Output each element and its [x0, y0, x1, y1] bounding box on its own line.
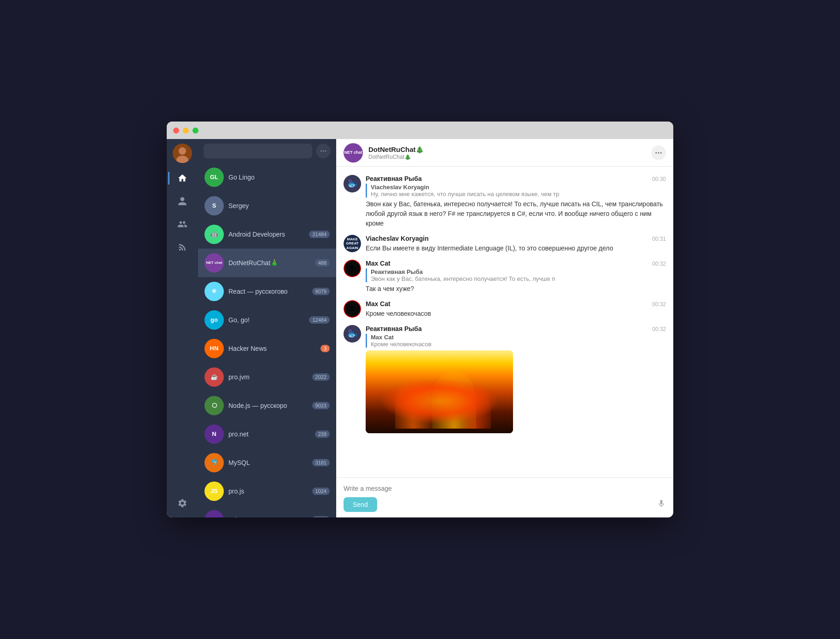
message-avatar: MAKEGREATAGAIN — [344, 235, 361, 252]
user-avatar[interactable] — [173, 144, 192, 163]
channel-item[interactable]: ⚛React — русскогово9079 — [198, 277, 336, 306]
channel-badge: 488 — [315, 259, 330, 267]
message-text: Кроме человекочасов — [366, 309, 666, 319]
channel-info: Go, go! — [228, 316, 304, 324]
send-button[interactable]: Send — [344, 497, 377, 512]
channel-name: pro.js — [228, 488, 244, 495]
reply-name: Реактивная Рыба — [371, 268, 423, 275]
channel-badge: 2769 — [312, 516, 330, 517]
channel-badge: 9023 — [312, 402, 330, 409]
channel-info: Hacker News — [228, 344, 316, 353]
message-time: 00:32 — [652, 301, 666, 308]
channel-list: GLGo LingoSSergey🤖Android Developers2148… — [198, 139, 336, 517]
sidebar-settings-btn[interactable] — [173, 494, 192, 513]
message-group: MAKEGREATAGAINViacheslav Koryagin00:31Ес… — [344, 232, 666, 256]
channel-avatar: S — [204, 196, 224, 215]
message-avatar: 👁 — [344, 300, 361, 318]
message-avatar: 👁 — [344, 260, 361, 277]
sidebar-icons — [167, 139, 198, 517]
channel-item[interactable]: JSpro.js1024 — [198, 477, 336, 505]
channel-name: Go Lingo — [228, 174, 255, 181]
message-text: Так а чем хуже? — [366, 284, 666, 294]
channel-name: Hacker News — [228, 345, 267, 352]
channel-item[interactable]: 🐬MySQL3181 — [198, 448, 336, 477]
message-time: 00:32 — [652, 326, 666, 332]
channel-item[interactable]: goGo, go!12484 — [198, 306, 336, 334]
channel-item[interactable]: .NETTelegramBots - .NET2769 — [198, 505, 336, 517]
fullscreen-button[interactable] — [192, 128, 198, 134]
message-input[interactable] — [344, 483, 666, 494]
message-content: Реактивная Рыба00:32Max CatКроме человек… — [366, 325, 666, 433]
minimize-button[interactable] — [183, 128, 189, 134]
message-reply: Реактивная РыбаЭвон как у Вас, батенька,… — [366, 268, 666, 282]
reply-text: Эвон как у Вас, батенька, интересно полу… — [371, 275, 555, 282]
channel-avatar: N — [204, 424, 224, 444]
svg-text:🐟: 🐟 — [347, 329, 358, 339]
titlebar — [167, 122, 673, 139]
channel-avatar: .NET — [204, 510, 224, 517]
channel-item[interactable]: HNHacker News3 — [198, 334, 336, 363]
reply-text: Кроме человекочасов — [371, 341, 432, 348]
fire-image — [366, 350, 513, 433]
reply-name: Max Cat — [371, 334, 394, 341]
channel-item[interactable]: Npro.net239 — [198, 420, 336, 448]
message-header: Реактивная Рыба00:32 — [366, 325, 666, 332]
message-group: 🐟Реактивная Рыба00:30Viacheslav Koryagin… — [344, 172, 666, 231]
svg-point-5 — [325, 151, 326, 152]
sidebar-groups-btn[interactable] — [173, 215, 192, 234]
channel-avatar: NET chat — [204, 253, 224, 273]
input-actions: Send — [344, 497, 666, 512]
mic-button[interactable] — [657, 499, 666, 511]
channel-badge: 9079 — [312, 288, 330, 295]
channel-info: Android Developers — [228, 230, 304, 238]
close-button[interactable] — [173, 128, 179, 134]
channel-item[interactable]: ☕pro.jvm2022 — [198, 363, 336, 391]
chat-header: NET chat DotNetRuChat🎄 DotNetRuChat🎄 — [336, 139, 673, 167]
channel-item[interactable]: ⬡Node.js — русскоро9023 — [198, 391, 336, 420]
search-input[interactable] — [204, 144, 312, 158]
message-group: 👁Max Cat00:32Реактивная РыбаЭвон как у В… — [344, 257, 666, 296]
channel-info: pro.net — [228, 430, 310, 438]
message-text: Если Вы имеете в виду Intermediate Lengu… — [366, 244, 666, 253]
channel-badge: 12484 — [309, 316, 330, 324]
channel-name: React — русскогово — [228, 288, 288, 295]
sidebar-contacts-btn[interactable] — [173, 192, 192, 211]
svg-text:🐟: 🐟 — [347, 179, 358, 189]
channel-name: pro.jvm — [228, 373, 250, 381]
message-header: Max Cat00:32 — [366, 300, 666, 308]
channel-name: Go, go! — [228, 316, 250, 324]
channel-name: DotNetRuChat🎄 — [228, 259, 278, 267]
message-reply: Viacheslav KoryaginНу, лично мне кажется… — [366, 184, 666, 198]
channel-item[interactable]: 🤖Android Developers21484 — [198, 220, 336, 249]
channel-name: Sergey — [228, 202, 249, 209]
channel-name: Android Developers — [228, 231, 285, 238]
chat-input-area: Send — [336, 477, 673, 517]
channel-item[interactable]: NET chatDotNetRuChat🎄488 — [198, 249, 336, 277]
message-avatar: 🐟 — [344, 325, 361, 343]
channel-name: pro.net — [228, 430, 249, 438]
message-image — [366, 350, 513, 433]
channel-avatar: ⬡ — [204, 396, 224, 415]
message-content: Viacheslav Koryagin00:31Если Вы имеете в… — [366, 235, 666, 253]
channel-badge: 3 — [321, 345, 330, 352]
message-text: Эвон как у Вас, батенька, интересно полу… — [366, 199, 666, 228]
message-sender: Реактивная Рыба — [366, 325, 422, 332]
chat-header-avatar: NET chat — [344, 143, 363, 163]
message-sender: Viacheslav Koryagin — [366, 235, 429, 242]
chat-title: DotNetRuChat🎄 — [368, 145, 646, 154]
reply-name: Viacheslav Koryagin — [371, 184, 429, 191]
message-time: 00:31 — [652, 236, 666, 242]
message-content: Max Cat00:32Кроме человекочасов — [366, 300, 666, 319]
channel-avatar: JS — [204, 482, 224, 501]
sidebar-home-btn[interactable] — [173, 168, 192, 188]
svg-point-8 — [660, 152, 662, 153]
channel-name: MySQL — [228, 459, 250, 466]
message-group: 🐟Реактивная Рыба00:32Max CatКроме челове… — [344, 322, 666, 436]
message-reply: Max CatКроме человекочасов — [366, 334, 666, 348]
sidebar-feeds-btn[interactable] — [173, 238, 192, 257]
channel-item[interactable]: GLGo Lingo — [198, 163, 336, 192]
channel-item[interactable]: SSergey — [198, 192, 336, 220]
chat-more-button[interactable] — [651, 145, 666, 160]
compose-button[interactable] — [316, 144, 331, 158]
message-header: Max Cat00:32 — [366, 260, 666, 267]
